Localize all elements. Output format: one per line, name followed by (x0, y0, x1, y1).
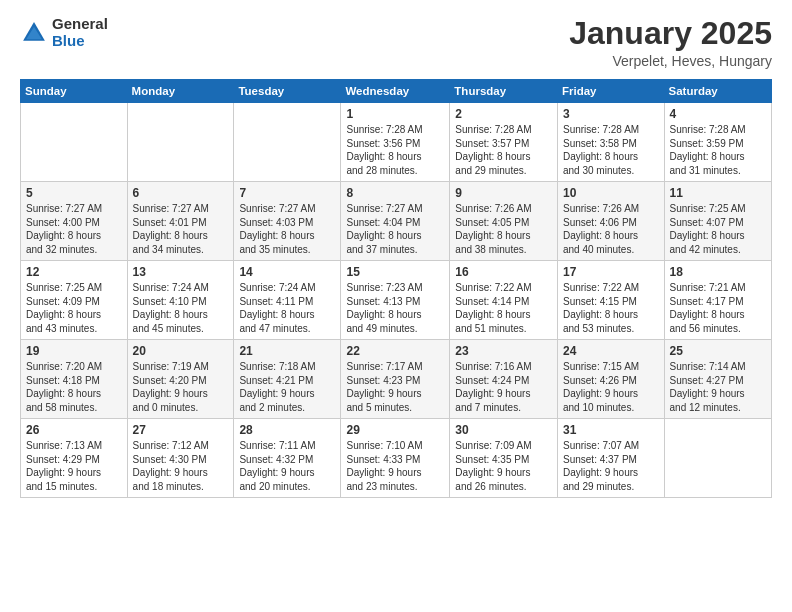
calendar-cell: 10Sunrise: 7:26 AM Sunset: 4:06 PM Dayli… (558, 182, 665, 261)
day-number: 8 (346, 186, 444, 200)
day-number: 7 (239, 186, 335, 200)
day-number: 26 (26, 423, 122, 437)
day-number: 1 (346, 107, 444, 121)
calendar: SundayMondayTuesdayWednesdayThursdayFrid… (20, 79, 772, 498)
calendar-cell: 14Sunrise: 7:24 AM Sunset: 4:11 PM Dayli… (234, 261, 341, 340)
day-number: 5 (26, 186, 122, 200)
calendar-cell: 17Sunrise: 7:22 AM Sunset: 4:15 PM Dayli… (558, 261, 665, 340)
logo-blue: Blue (52, 33, 108, 50)
title-block: January 2025 Verpelet, Heves, Hungary (569, 16, 772, 69)
day-of-week-header: Saturday (664, 80, 771, 103)
calendar-cell: 15Sunrise: 7:23 AM Sunset: 4:13 PM Dayli… (341, 261, 450, 340)
calendar-week-row: 26Sunrise: 7:13 AM Sunset: 4:29 PM Dayli… (21, 419, 772, 498)
day-of-week-header: Thursday (450, 80, 558, 103)
day-info: Sunrise: 7:27 AM Sunset: 4:03 PM Dayligh… (239, 202, 335, 256)
day-info: Sunrise: 7:26 AM Sunset: 4:06 PM Dayligh… (563, 202, 659, 256)
day-info: Sunrise: 7:11 AM Sunset: 4:32 PM Dayligh… (239, 439, 335, 493)
calendar-cell: 12Sunrise: 7:25 AM Sunset: 4:09 PM Dayli… (21, 261, 128, 340)
logo-text: General Blue (52, 16, 108, 49)
day-number: 6 (133, 186, 229, 200)
day-info: Sunrise: 7:20 AM Sunset: 4:18 PM Dayligh… (26, 360, 122, 414)
day-of-week-header: Wednesday (341, 80, 450, 103)
calendar-cell: 4Sunrise: 7:28 AM Sunset: 3:59 PM Daylig… (664, 103, 771, 182)
day-number: 17 (563, 265, 659, 279)
day-info: Sunrise: 7:27 AM Sunset: 4:04 PM Dayligh… (346, 202, 444, 256)
day-number: 20 (133, 344, 229, 358)
day-info: Sunrise: 7:28 AM Sunset: 3:57 PM Dayligh… (455, 123, 552, 177)
calendar-week-row: 12Sunrise: 7:25 AM Sunset: 4:09 PM Dayli… (21, 261, 772, 340)
day-of-week-header: Sunday (21, 80, 128, 103)
calendar-cell: 22Sunrise: 7:17 AM Sunset: 4:23 PM Dayli… (341, 340, 450, 419)
calendar-cell (234, 103, 341, 182)
header: General Blue January 2025 Verpelet, Heve… (20, 16, 772, 69)
calendar-cell: 2Sunrise: 7:28 AM Sunset: 3:57 PM Daylig… (450, 103, 558, 182)
calendar-cell: 3Sunrise: 7:28 AM Sunset: 3:58 PM Daylig… (558, 103, 665, 182)
day-number: 16 (455, 265, 552, 279)
day-info: Sunrise: 7:10 AM Sunset: 4:33 PM Dayligh… (346, 439, 444, 493)
day-number: 23 (455, 344, 552, 358)
day-info: Sunrise: 7:13 AM Sunset: 4:29 PM Dayligh… (26, 439, 122, 493)
day-info: Sunrise: 7:12 AM Sunset: 4:30 PM Dayligh… (133, 439, 229, 493)
calendar-week-row: 5Sunrise: 7:27 AM Sunset: 4:00 PM Daylig… (21, 182, 772, 261)
calendar-cell: 26Sunrise: 7:13 AM Sunset: 4:29 PM Dayli… (21, 419, 128, 498)
calendar-cell: 16Sunrise: 7:22 AM Sunset: 4:14 PM Dayli… (450, 261, 558, 340)
day-of-week-header: Tuesday (234, 80, 341, 103)
day-number: 12 (26, 265, 122, 279)
day-number: 25 (670, 344, 766, 358)
month-title: January 2025 (569, 16, 772, 51)
calendar-cell (127, 103, 234, 182)
day-number: 28 (239, 423, 335, 437)
calendar-week-row: 19Sunrise: 7:20 AM Sunset: 4:18 PM Dayli… (21, 340, 772, 419)
logo-icon (20, 19, 48, 47)
day-info: Sunrise: 7:23 AM Sunset: 4:13 PM Dayligh… (346, 281, 444, 335)
day-number: 21 (239, 344, 335, 358)
day-number: 9 (455, 186, 552, 200)
day-info: Sunrise: 7:17 AM Sunset: 4:23 PM Dayligh… (346, 360, 444, 414)
calendar-cell: 5Sunrise: 7:27 AM Sunset: 4:00 PM Daylig… (21, 182, 128, 261)
calendar-cell: 29Sunrise: 7:10 AM Sunset: 4:33 PM Dayli… (341, 419, 450, 498)
calendar-header-row: SundayMondayTuesdayWednesdayThursdayFrid… (21, 80, 772, 103)
day-number: 27 (133, 423, 229, 437)
calendar-cell: 11Sunrise: 7:25 AM Sunset: 4:07 PM Dayli… (664, 182, 771, 261)
calendar-cell: 23Sunrise: 7:16 AM Sunset: 4:24 PM Dayli… (450, 340, 558, 419)
day-info: Sunrise: 7:09 AM Sunset: 4:35 PM Dayligh… (455, 439, 552, 493)
day-info: Sunrise: 7:24 AM Sunset: 4:11 PM Dayligh… (239, 281, 335, 335)
day-info: Sunrise: 7:22 AM Sunset: 4:15 PM Dayligh… (563, 281, 659, 335)
day-number: 14 (239, 265, 335, 279)
calendar-cell (21, 103, 128, 182)
day-info: Sunrise: 7:16 AM Sunset: 4:24 PM Dayligh… (455, 360, 552, 414)
day-number: 22 (346, 344, 444, 358)
day-number: 29 (346, 423, 444, 437)
day-info: Sunrise: 7:14 AM Sunset: 4:27 PM Dayligh… (670, 360, 766, 414)
day-number: 15 (346, 265, 444, 279)
day-info: Sunrise: 7:27 AM Sunset: 4:01 PM Dayligh… (133, 202, 229, 256)
day-number: 24 (563, 344, 659, 358)
day-info: Sunrise: 7:27 AM Sunset: 4:00 PM Dayligh… (26, 202, 122, 256)
calendar-cell: 27Sunrise: 7:12 AM Sunset: 4:30 PM Dayli… (127, 419, 234, 498)
day-number: 4 (670, 107, 766, 121)
day-number: 3 (563, 107, 659, 121)
day-number: 30 (455, 423, 552, 437)
day-info: Sunrise: 7:21 AM Sunset: 4:17 PM Dayligh… (670, 281, 766, 335)
calendar-cell: 28Sunrise: 7:11 AM Sunset: 4:32 PM Dayli… (234, 419, 341, 498)
day-number: 11 (670, 186, 766, 200)
day-number: 19 (26, 344, 122, 358)
day-info: Sunrise: 7:26 AM Sunset: 4:05 PM Dayligh… (455, 202, 552, 256)
calendar-cell: 20Sunrise: 7:19 AM Sunset: 4:20 PM Dayli… (127, 340, 234, 419)
day-info: Sunrise: 7:07 AM Sunset: 4:37 PM Dayligh… (563, 439, 659, 493)
calendar-cell: 19Sunrise: 7:20 AM Sunset: 4:18 PM Dayli… (21, 340, 128, 419)
day-of-week-header: Monday (127, 80, 234, 103)
day-number: 18 (670, 265, 766, 279)
calendar-cell: 1Sunrise: 7:28 AM Sunset: 3:56 PM Daylig… (341, 103, 450, 182)
logo: General Blue (20, 16, 108, 49)
day-info: Sunrise: 7:19 AM Sunset: 4:20 PM Dayligh… (133, 360, 229, 414)
logo-general: General (52, 16, 108, 33)
page: General Blue January 2025 Verpelet, Heve… (0, 0, 792, 612)
calendar-cell: 25Sunrise: 7:14 AM Sunset: 4:27 PM Dayli… (664, 340, 771, 419)
calendar-cell: 6Sunrise: 7:27 AM Sunset: 4:01 PM Daylig… (127, 182, 234, 261)
day-number: 10 (563, 186, 659, 200)
day-number: 31 (563, 423, 659, 437)
day-info: Sunrise: 7:24 AM Sunset: 4:10 PM Dayligh… (133, 281, 229, 335)
day-info: Sunrise: 7:25 AM Sunset: 4:07 PM Dayligh… (670, 202, 766, 256)
day-of-week-header: Friday (558, 80, 665, 103)
